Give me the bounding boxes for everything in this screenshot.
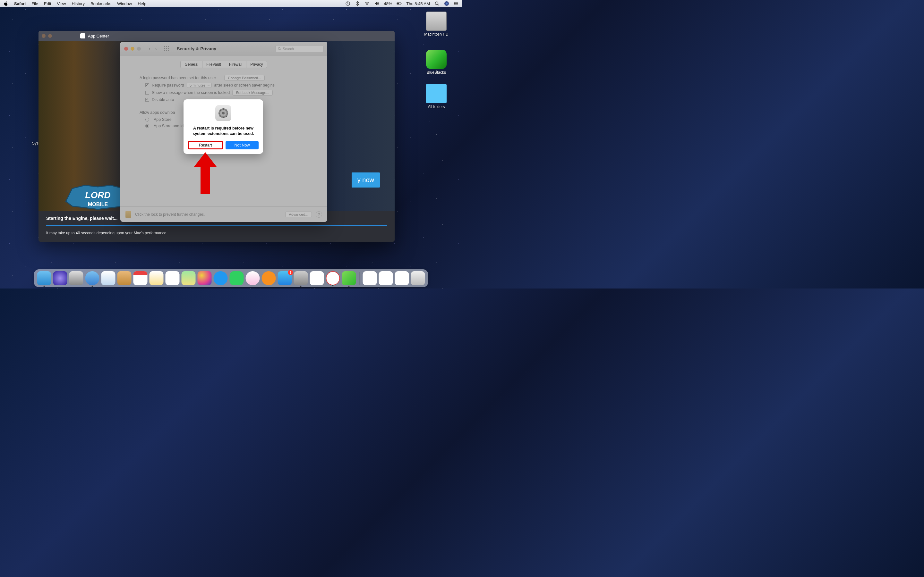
dialog-message: A restart is required before new system … — [188, 126, 258, 137]
desktop-icon-label: BlueStacks — [423, 70, 449, 75]
menubar-clock[interactable]: Thu 8:45 AM — [406, 1, 430, 6]
dock-appstore[interactable]: 1 — [278, 271, 292, 285]
dock-siri[interactable] — [53, 271, 67, 285]
dock-system-preferences[interactable] — [294, 271, 308, 285]
hard-disk-icon — [426, 11, 447, 31]
engine-hint: It may take up to 40 seconds depending u… — [46, 231, 387, 235]
notification-center-icon[interactable] — [454, 1, 459, 6]
appstore-badge: 1 — [288, 270, 293, 275]
apple-menu-icon[interactable] — [3, 1, 8, 6]
dock: 1 — [34, 269, 428, 287]
menubar-item-window[interactable]: Window — [117, 1, 132, 6]
dock-contacts[interactable] — [118, 271, 132, 285]
dock-photos[interactable] — [198, 271, 212, 285]
menubar-item-file[interactable]: File — [31, 1, 38, 6]
wifi-icon[interactable] — [365, 1, 370, 6]
svg-point-10 — [454, 5, 455, 5]
svg-point-5 — [435, 2, 438, 5]
menubar-item-view[interactable]: View — [57, 1, 66, 6]
window-minimize-button[interactable] — [48, 34, 52, 38]
battery-icon[interactable] — [397, 1, 402, 6]
svg-text:MOBILE: MOBILE — [88, 201, 108, 207]
timemachine-icon[interactable] — [345, 1, 351, 6]
menubar: Safari File Edit View History Bookmarks … — [0, 0, 462, 7]
dock-launchpad[interactable] — [69, 271, 83, 285]
dock-calendar[interactable] — [134, 271, 148, 285]
svg-point-1 — [367, 5, 367, 5]
menubar-item-help[interactable]: Help — [137, 1, 146, 6]
dock-xcode[interactable] — [310, 271, 324, 285]
restart-button[interactable]: Restart — [188, 141, 223, 149]
svg-text:LORD: LORD — [85, 190, 110, 200]
menubar-item-bookmarks[interactable]: Bookmarks — [90, 1, 111, 6]
bluetooth-icon[interactable] — [355, 1, 360, 6]
dock-bluestacks[interactable] — [342, 271, 356, 285]
dock-separator — [359, 272, 360, 285]
restart-required-dialog: A restart is required before new system … — [184, 99, 263, 154]
dock-ibooks[interactable] — [262, 271, 276, 285]
not-now-button[interactable]: Not Now — [226, 141, 258, 149]
battery-percent[interactable]: 48% — [384, 1, 392, 6]
dock-facetime[interactable] — [230, 271, 244, 285]
progress-bar — [46, 225, 387, 226]
menubar-app-name[interactable]: Safari — [14, 1, 26, 6]
dock-screenshot-2[interactable] — [395, 271, 409, 285]
spotlight-icon[interactable] — [435, 1, 439, 6]
volume-icon[interactable] — [374, 1, 379, 6]
appcenter-title: App Center — [88, 34, 109, 39]
play-now-button[interactable]: y now — [352, 172, 380, 187]
svg-point-16 — [222, 112, 225, 114]
annotation-arrow — [194, 152, 216, 195]
dock-finder[interactable] — [37, 271, 51, 285]
dock-screenshot-1[interactable] — [379, 271, 393, 285]
dock-notes[interactable] — [150, 271, 164, 285]
menubar-item-edit[interactable]: Edit — [44, 1, 51, 6]
menubar-item-history[interactable]: History — [71, 1, 84, 6]
dock-safari-doc[interactable] — [363, 271, 377, 285]
dock-messages[interactable] — [214, 271, 228, 285]
desktop-icon-label: Macintosh HD — [423, 32, 449, 37]
svg-point-7 — [446, 3, 447, 5]
dock-itunes[interactable] — [246, 271, 260, 285]
appcenter-icon — [80, 33, 86, 39]
window-close-button[interactable] — [42, 34, 45, 38]
siri-icon[interactable] — [444, 1, 449, 6]
bluestacks-icon — [426, 50, 447, 69]
dock-reminders[interactable] — [166, 271, 180, 285]
desktop-icon-all-folders[interactable]: All folders — [423, 84, 449, 109]
desktop-icon-label-cut: Sys — [32, 141, 39, 145]
dock-maps[interactable] — [182, 271, 196, 285]
dock-safari[interactable] — [86, 271, 99, 285]
svg-rect-4 — [401, 3, 401, 4]
dock-trash[interactable] — [411, 271, 425, 285]
svg-point-9 — [454, 3, 455, 4]
desktop-icon-bluestacks[interactable]: BlueStacks — [423, 50, 449, 75]
svg-rect-3 — [397, 3, 399, 5]
dock-mail[interactable] — [102, 271, 115, 285]
desktop-icon-label: All folders — [423, 105, 449, 109]
dock-chrome[interactable] — [326, 271, 340, 285]
svg-point-8 — [454, 2, 455, 3]
system-preferences-icon — [215, 105, 231, 121]
appcenter-titlebar[interactable]: App Center — [39, 31, 395, 41]
desktop-icon-macintosh-hd[interactable]: Macintosh HD — [423, 11, 449, 37]
folder-icon — [426, 84, 447, 103]
